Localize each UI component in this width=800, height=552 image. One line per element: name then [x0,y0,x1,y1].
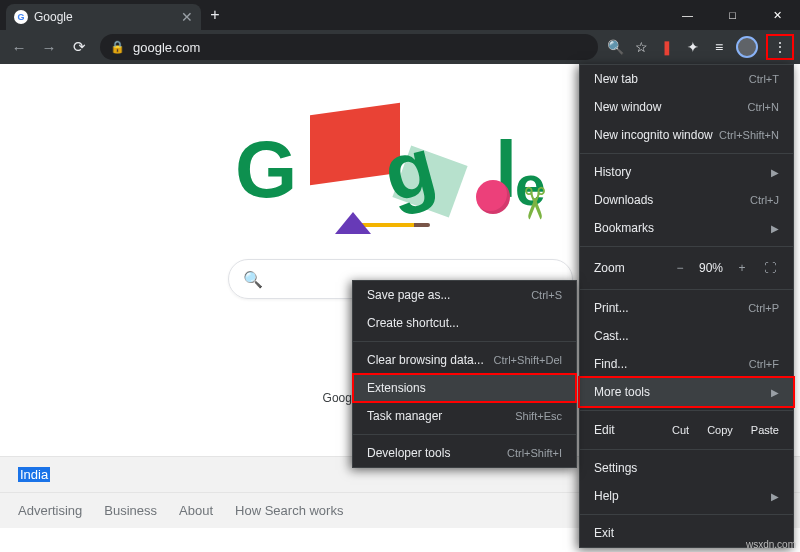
footer-advertising[interactable]: Advertising [18,503,82,518]
submenu-extensions[interactable]: Extensions [353,374,576,402]
more-tools-submenu: Save page as...Ctrl+S Create shortcut...… [352,280,577,468]
close-window-button[interactable]: ✕ [755,0,800,30]
doodle-scissors-icon: ✂ [509,185,560,222]
new-tab-button[interactable]: + [201,0,229,30]
zoom-in-button[interactable]: + [733,261,751,275]
chevron-right-icon: ▶ [771,491,779,502]
paste-button[interactable]: Paste [751,424,779,436]
tab-title: Google [34,10,73,24]
menu-cast[interactable]: Cast... [580,322,793,350]
minimize-button[interactable]: — [665,0,710,30]
menu-find[interactable]: Find...Ctrl+F [580,350,793,378]
doodle-triangle-icon [335,212,371,234]
copy-button[interactable]: Copy [707,424,733,436]
footer-how-search[interactable]: How Search works [235,503,343,518]
footer-country: India [18,467,50,482]
menu-new-window[interactable]: New windowCtrl+N [580,93,793,121]
watermark: wsxdn.com [746,539,796,550]
menu-downloads[interactable]: DownloadsCtrl+J [580,186,793,214]
menu-new-tab[interactable]: New tabCtrl+T [580,65,793,93]
chrome-main-menu: New tabCtrl+T New windowCtrl+N New incog… [579,64,794,548]
extension-icon-1[interactable]: ❚ [658,39,676,55]
menu-settings[interactable]: Settings [580,454,793,482]
zoom-out-button[interactable]: − [671,261,689,275]
submenu-task-manager[interactable]: Task managerShift+Esc [353,402,576,430]
submenu-clear-data[interactable]: Clear browsing data...Ctrl+Shift+Del [353,346,576,374]
menu-edit-row: Edit Cut Copy Paste [580,415,793,445]
chevron-right-icon: ▶ [771,223,779,234]
zoom-value: 90% [699,261,723,275]
menu-history[interactable]: History▶ [580,158,793,186]
footer-business[interactable]: Business [104,503,157,518]
menu-bookmarks[interactable]: Bookmarks▶ [580,214,793,242]
menu-print[interactable]: Print...Ctrl+P [580,294,793,322]
forward-button: → [36,34,62,60]
maximize-button[interactable]: □ [710,0,755,30]
edit-label: Edit [594,423,615,437]
submenu-devtools[interactable]: Developer toolsCtrl+Shift+I [353,439,576,467]
title-bar: G Google ✕ + — □ ✕ [0,0,800,30]
bookmark-star-icon[interactable]: ☆ [632,39,650,55]
doodle-pompom-icon [476,180,510,214]
google-doodle[interactable]: G g l e ✂ [235,99,565,239]
search-icon[interactable]: 🔍 [606,39,624,55]
menu-help[interactable]: Help▶ [580,482,793,510]
submenu-create-shortcut[interactable]: Create shortcut... [353,309,576,337]
lock-icon: 🔒 [110,40,125,54]
chevron-right-icon: ▶ [771,167,779,178]
close-tab-icon[interactable]: ✕ [181,9,193,25]
extensions-puzzle-icon[interactable]: ✦ [684,39,702,55]
browser-tab[interactable]: G Google ✕ [6,4,201,30]
window-controls: — □ ✕ [665,0,800,30]
chevron-right-icon: ▶ [771,387,779,398]
address-bar: ← → ⟳ 🔒 google.com 🔍 ☆ ❚ ✦ ≡ ⋮ [0,30,800,64]
submenu-save-page[interactable]: Save page as...Ctrl+S [353,281,576,309]
media-control-icon[interactable]: ≡ [710,39,728,55]
chrome-menu-button[interactable]: ⋮ [766,34,794,60]
menu-more-tools[interactable]: More tools▶ [580,378,793,406]
reload-button[interactable]: ⟳ [66,34,92,60]
toolbar-right: 🔍 ☆ ❚ ✦ ≡ ⋮ [606,34,794,60]
menu-incognito[interactable]: New incognito windowCtrl+Shift+N [580,121,793,149]
profile-avatar[interactable] [736,36,758,58]
fullscreen-icon[interactable]: ⛶ [761,261,779,275]
menu-zoom-row: Zoom − 90% + ⛶ [580,251,793,285]
google-favicon-icon: G [14,10,28,24]
footer-about[interactable]: About [179,503,213,518]
url-text: google.com [133,40,200,55]
omnibox[interactable]: 🔒 google.com [100,34,598,60]
cut-button[interactable]: Cut [672,424,689,436]
search-magnifier-icon: 🔍 [243,270,263,289]
back-button[interactable]: ← [6,34,32,60]
zoom-label: Zoom [594,261,625,275]
